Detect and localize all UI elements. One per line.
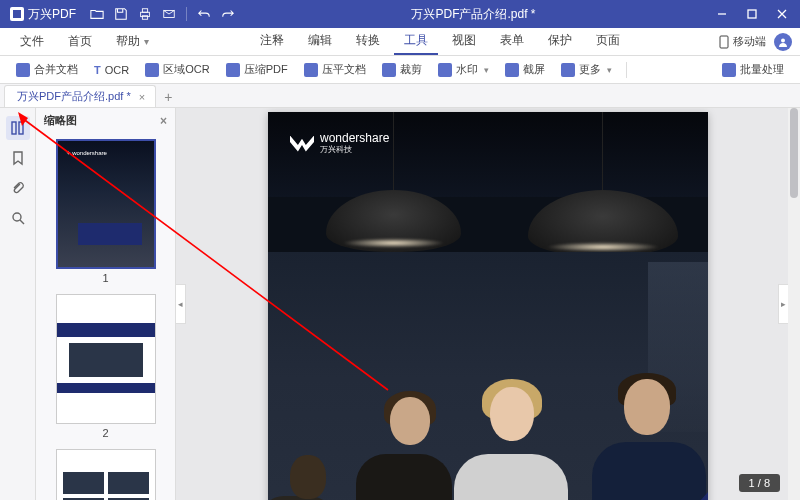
brand-sub: 万兴科技 bbox=[320, 144, 389, 155]
tab-view[interactable]: 视图 bbox=[442, 28, 486, 55]
wondershare-mark-icon bbox=[290, 136, 314, 152]
print-button[interactable] bbox=[134, 3, 156, 25]
thumbnail-panel-title: 缩略图 bbox=[44, 113, 77, 128]
tool-bar: 合并文档 TOCR 区域OCR 压缩PDF 压平文档 裁剪 水印▾ 截屏 更多▾… bbox=[0, 56, 800, 84]
close-button[interactable] bbox=[768, 3, 796, 25]
ocr-icon: T bbox=[94, 64, 101, 76]
app-name: 万兴PDF bbox=[28, 6, 76, 23]
add-tab-button[interactable]: + bbox=[156, 87, 180, 107]
thumbnail-number: 1 bbox=[56, 269, 156, 290]
tool-screenshot[interactable]: 截屏 bbox=[499, 60, 551, 79]
mail-icon bbox=[162, 7, 176, 21]
thumbnail-panel-close[interactable]: × bbox=[160, 114, 167, 128]
svg-rect-6 bbox=[748, 10, 756, 18]
email-button[interactable] bbox=[158, 3, 180, 25]
crop-icon bbox=[382, 63, 396, 77]
tab-convert[interactable]: 转换 bbox=[346, 28, 390, 55]
bookmark-icon bbox=[10, 150, 26, 166]
thumbnail-list[interactable]: ✦ wondershare 1 2 bbox=[36, 133, 175, 500]
brand-logo: wondershare 万兴科技 bbox=[290, 132, 389, 155]
tool-crop[interactable]: 裁剪 bbox=[376, 60, 428, 79]
menu-home[interactable]: 首页 bbox=[56, 29, 104, 54]
minimize-button[interactable] bbox=[708, 3, 736, 25]
flatten-icon bbox=[304, 63, 318, 77]
page-view[interactable]: ◂ ▸ wondershare 万兴科技 bbox=[176, 108, 800, 500]
scrollbar-vertical[interactable] bbox=[788, 108, 800, 500]
tool-compress[interactable]: 压缩PDF bbox=[220, 60, 294, 79]
collapse-right-handle[interactable]: ▸ bbox=[778, 284, 788, 324]
area-ocr-icon bbox=[145, 63, 159, 77]
sidebar-search[interactable] bbox=[6, 206, 30, 230]
more-icon bbox=[561, 63, 575, 77]
tool-more[interactable]: 更多▾ bbox=[555, 60, 618, 79]
scrollbar-thumb[interactable] bbox=[790, 108, 798, 198]
svg-line-12 bbox=[20, 220, 24, 224]
batch-icon bbox=[722, 63, 736, 77]
sidebar-bookmarks[interactable] bbox=[6, 146, 30, 170]
document-tab-close[interactable]: × bbox=[139, 91, 145, 103]
thumbnail-page-3[interactable] bbox=[56, 449, 156, 500]
save-button[interactable] bbox=[110, 3, 132, 25]
svg-rect-9 bbox=[12, 122, 16, 134]
phone-icon bbox=[719, 35, 729, 49]
collapse-left-handle[interactable]: ◂ bbox=[176, 284, 186, 324]
tab-page[interactable]: 页面 bbox=[586, 28, 630, 55]
tab-form[interactable]: 表单 bbox=[490, 28, 534, 55]
thumbnail-page-2[interactable]: 2 bbox=[56, 294, 156, 445]
page-counter[interactable]: 1 / 8 bbox=[739, 474, 780, 492]
app-logo-icon bbox=[10, 7, 24, 21]
page-canvas: wondershare 万兴科技 制作人：TX 日期：20210617 bbox=[268, 112, 708, 500]
screenshot-icon bbox=[505, 63, 519, 77]
menu-file[interactable]: 文件 bbox=[8, 29, 56, 54]
thumbnail-panel: 缩略图 × ✦ wondershare 1 2 bbox=[36, 108, 176, 500]
svg-rect-2 bbox=[142, 9, 147, 13]
minimize-icon bbox=[716, 8, 728, 20]
menu-help[interactable]: 帮助▾ bbox=[104, 29, 161, 54]
maximize-button[interactable] bbox=[738, 3, 766, 25]
svg-point-8 bbox=[781, 38, 785, 42]
tool-ocr[interactable]: TOCR bbox=[88, 62, 135, 78]
print-icon bbox=[138, 7, 152, 21]
search-icon bbox=[10, 210, 26, 226]
folder-open-icon bbox=[90, 7, 104, 21]
user-avatar[interactable] bbox=[774, 33, 792, 51]
close-icon bbox=[776, 8, 788, 20]
redo-icon bbox=[221, 7, 235, 21]
tool-area-ocr[interactable]: 区域OCR bbox=[139, 60, 215, 79]
sidebar-attachments[interactable] bbox=[6, 176, 30, 200]
tool-batch[interactable]: 批量处理 bbox=[716, 60, 790, 79]
app-logo: 万兴PDF bbox=[4, 6, 82, 23]
tab-comment[interactable]: 注释 bbox=[250, 28, 294, 55]
save-icon bbox=[114, 7, 128, 21]
undo-icon bbox=[197, 7, 211, 21]
watermark-icon bbox=[438, 63, 452, 77]
thumbnail-page-1[interactable]: ✦ wondershare 1 bbox=[56, 139, 156, 290]
user-icon bbox=[778, 37, 788, 47]
svg-point-11 bbox=[13, 213, 21, 221]
menu-bar: 文件 首页 帮助▾ 注释 编辑 转换 工具 视图 表单 保护 页面 移动端 bbox=[0, 28, 800, 56]
brand-name: wondershare bbox=[320, 132, 389, 144]
title-bar: 万兴PDF 万兴PDF产品介绍.pdf * bbox=[0, 0, 800, 28]
window-controls bbox=[708, 3, 796, 25]
document-tab[interactable]: 万兴PDF产品介绍.pdf * × bbox=[4, 85, 156, 107]
mobile-button[interactable]: 移动端 bbox=[719, 34, 766, 49]
tool-watermark[interactable]: 水印▾ bbox=[432, 60, 495, 79]
tab-protect[interactable]: 保护 bbox=[538, 28, 582, 55]
tab-edit[interactable]: 编辑 bbox=[298, 28, 342, 55]
thumbnail-number: 2 bbox=[56, 424, 156, 445]
thumbnails-icon bbox=[10, 120, 26, 136]
document-title: 万兴PDF产品介绍.pdf * bbox=[239, 6, 708, 23]
tool-merge[interactable]: 合并文档 bbox=[10, 60, 84, 79]
tool-flatten[interactable]: 压平文档 bbox=[298, 60, 372, 79]
tab-tool[interactable]: 工具 bbox=[394, 28, 438, 55]
paperclip-icon bbox=[10, 180, 26, 196]
sidebar-thumbnails[interactable] bbox=[6, 116, 30, 140]
redo-button[interactable] bbox=[217, 3, 239, 25]
svg-rect-10 bbox=[19, 122, 23, 134]
thumbnail-panel-header: 缩略图 × bbox=[36, 108, 175, 133]
undo-button[interactable] bbox=[193, 3, 215, 25]
open-button[interactable] bbox=[86, 3, 108, 25]
document-tab-label: 万兴PDF产品介绍.pdf * bbox=[17, 89, 131, 104]
document-tabs: 万兴PDF产品介绍.pdf * × + bbox=[0, 84, 800, 108]
ribbon-tabs: 注释 编辑 转换 工具 视图 表单 保护 页面 bbox=[161, 28, 719, 55]
